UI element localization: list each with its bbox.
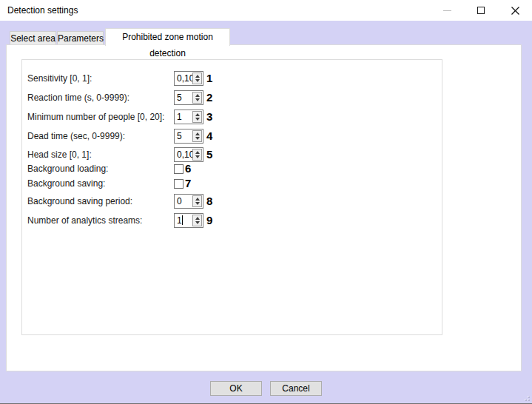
- analytics-streams-value[interactable]: 1: [177, 214, 182, 227]
- head-size-spinner[interactable]: 0,10: [174, 147, 203, 162]
- background-saving-period-value[interactable]: 0: [177, 195, 182, 208]
- ok-button[interactable]: OK: [210, 381, 262, 396]
- tab-prohibited-zone-motion-detection[interactable]: Prohibited zone motion detection: [105, 28, 230, 46]
- spinner-buttons[interactable]: [192, 73, 202, 84]
- row-number: 4: [206, 129, 212, 144]
- background-loading-label: Background loading:: [27, 161, 108, 176]
- spin-up-icon[interactable]: [195, 75, 200, 78]
- spinner-buttons[interactable]: [192, 195, 202, 207]
- dead-time-value[interactable]: 5: [177, 129, 182, 143]
- maximize-icon: [477, 7, 485, 14]
- close-button[interactable]: [498, 0, 532, 21]
- dead-time-spinner[interactable]: 5: [174, 129, 203, 144]
- row-number: 5: [206, 147, 212, 162]
- background-loading-checkbox[interactable]: [174, 164, 183, 174]
- spin-down-icon[interactable]: [195, 221, 200, 224]
- resize-grip[interactable]: [522, 394, 530, 401]
- head-size-value[interactable]: 0,10: [177, 148, 194, 161]
- row-number: 9: [206, 213, 212, 228]
- spin-down-icon[interactable]: [195, 118, 200, 121]
- background-saving-period-label: Background saving period:: [27, 194, 132, 209]
- minimize-button[interactable]: [430, 0, 464, 21]
- row-number: 8: [206, 194, 212, 209]
- tab-page: Sensitivity [0, 1]: 0,10 1 Reaction time…: [6, 44, 522, 371]
- reaction-time-label: Reaction time (s, 0-9999):: [27, 90, 129, 105]
- row-number: 1: [206, 71, 212, 86]
- reaction-time-value[interactable]: 5: [177, 91, 182, 104]
- background-saving-checkbox[interactable]: [174, 179, 183, 189]
- sensitivity-spinner[interactable]: 0,10: [174, 71, 203, 86]
- settings-group-box: Sensitivity [0, 1]: 0,10 1 Reaction time…: [21, 59, 442, 335]
- spinner-buttons[interactable]: [192, 215, 202, 226]
- background-saving-period-spinner[interactable]: 0: [174, 194, 203, 209]
- tab-select-area[interactable]: Select area: [10, 31, 56, 45]
- spinner-buttons[interactable]: [192, 149, 202, 161]
- tab-parameters[interactable]: Parameters: [57, 31, 104, 45]
- spin-up-icon[interactable]: [195, 113, 200, 116]
- sensitivity-value[interactable]: 0,10: [177, 72, 194, 85]
- detection-settings-dialog: Detection settings Select area Parameter…: [0, 0, 532, 404]
- spin-down-icon[interactable]: [195, 137, 200, 140]
- analytics-streams-label: Number of analytics streams:: [27, 213, 142, 228]
- analytics-streams-spinner[interactable]: 1: [174, 213, 203, 228]
- min-people-spinner[interactable]: 1: [174, 110, 203, 124]
- dead-time-label: Dead time (sec, 0-9999):: [27, 129, 125, 144]
- min-people-label: Minimum number of people [0, 20]:: [27, 110, 164, 124]
- row-number: 2: [206, 90, 212, 105]
- spin-up-icon[interactable]: [195, 132, 200, 135]
- spinner-buttons[interactable]: [192, 130, 202, 142]
- spin-down-icon[interactable]: [195, 202, 200, 205]
- row-number: 6: [185, 161, 191, 176]
- spin-up-icon[interactable]: [195, 217, 200, 220]
- head-size-label: Head size [0, 1]:: [27, 147, 92, 162]
- spinner-buttons[interactable]: [192, 92, 202, 104]
- spin-up-icon[interactable]: [195, 151, 200, 154]
- cancel-button[interactable]: Cancel: [270, 381, 322, 396]
- spin-up-icon[interactable]: [195, 94, 200, 97]
- spin-down-icon[interactable]: [195, 79, 200, 82]
- spin-down-icon[interactable]: [195, 155, 200, 158]
- min-people-value[interactable]: 1: [177, 110, 182, 124]
- window-title: Detection settings: [7, 0, 78, 21]
- close-icon: [511, 7, 519, 15]
- row-number: 7: [185, 176, 191, 191]
- spinner-buttons[interactable]: [192, 111, 202, 123]
- reaction-time-spinner[interactable]: 5: [174, 90, 203, 105]
- title-bar: Detection settings: [0, 0, 532, 21]
- maximize-button[interactable]: [464, 0, 498, 21]
- spin-up-icon[interactable]: [195, 198, 200, 201]
- spin-down-icon[interactable]: [195, 98, 200, 101]
- background-saving-label: Background saving:: [27, 176, 105, 191]
- sensitivity-label: Sensitivity [0, 1]:: [27, 71, 92, 86]
- row-number: 3: [206, 110, 212, 124]
- text-caret: [182, 215, 183, 225]
- minimize-icon: [443, 10, 451, 11]
